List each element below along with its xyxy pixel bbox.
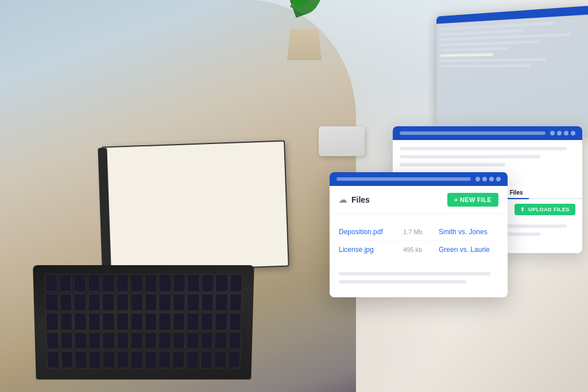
key [46,313,59,331]
key [229,293,242,311]
file-case-1[interactable]: Smith vs. Jones [439,228,488,236]
window-dot-f2 [482,177,487,181]
key [215,293,227,311]
key [47,351,59,368]
tab-files[interactable]: Files [504,187,529,199]
laptop-keyboard [33,265,254,379]
key [102,332,115,350]
key [117,332,129,350]
key [144,332,156,350]
key [158,274,171,292]
window-front: ☁ Files + NEW FILE Deposition.pdf 1.7 Mb… [330,172,508,297]
key [215,313,227,331]
key [130,332,142,350]
key [88,332,101,350]
key [187,293,199,311]
key [172,313,185,331]
key [102,293,114,311]
files-list: Deposition.pdf 1.7 Mb Smith vs. Jones Li… [330,214,508,267]
upload-icon: ⬆ [520,207,525,212]
file-mock-1 [339,272,490,275]
mock-line-3 [400,163,505,166]
key [186,332,199,350]
window-dot-f3 [489,177,494,181]
key [45,293,58,311]
key [130,351,142,368]
file-name-2[interactable]: License.jpg [339,246,396,254]
window-titlebar-front [330,172,508,186]
key [187,313,199,331]
key [172,332,185,350]
window-dot-f1 [475,177,480,181]
key [88,313,100,331]
key [201,274,214,292]
key [201,293,214,311]
key [145,274,157,292]
titlebar-bar [400,131,546,135]
key [73,274,86,292]
key [45,274,57,292]
key [75,351,87,368]
key [87,274,100,292]
key [74,332,87,350]
key [61,351,74,368]
key [200,313,213,331]
key [46,332,59,350]
key [59,274,72,292]
key [60,313,72,331]
files-title: ☁ Files [339,195,370,204]
cloud-icon: ☁ [339,195,347,204]
window-dots-front [475,177,501,181]
upload-files-button[interactable]: ⬆ UPLOAD FILES [514,204,575,215]
file-case-2[interactable]: Green vs. Laurie [439,246,490,254]
key [158,332,171,350]
new-file-button[interactable]: + NEW FILE [447,193,498,207]
window-dot-1 [550,131,555,135]
notebook [101,140,289,273]
key [102,274,114,292]
window-dot-f4 [496,177,501,181]
key [200,351,212,368]
key [229,313,241,331]
window-titlebar-back [393,126,582,140]
plant-leaves [281,0,327,46]
window-dots-back [550,131,575,135]
key [144,351,156,368]
key [145,293,157,311]
key [116,313,129,331]
key [158,313,171,331]
key [59,293,72,311]
files-title-text: Files [351,195,370,204]
key [144,313,157,331]
key [116,274,129,292]
key [187,274,200,292]
file-name-1[interactable]: Deposition.pdf [339,228,396,236]
files-header: ☁ Files + NEW FILE [330,186,508,214]
key [186,351,199,368]
upload-files-label: UPLOAD FILES [528,207,570,212]
key [130,274,143,292]
mock-line-2 [400,155,540,158]
key [173,293,185,311]
key [103,351,115,368]
window-dot-3 [564,131,568,135]
key [215,274,228,292]
file-row-2: License.jpg 495 kb Green vs. Laurie [339,241,498,258]
file-row-1: Deposition.pdf 1.7 Mb Smith vs. Jones [339,223,498,241]
key [230,274,242,292]
key [88,293,100,311]
key [60,332,73,350]
key [74,293,86,311]
file-size-2: 495 kb [403,246,432,253]
key [200,332,213,350]
window-dot-2 [557,131,562,135]
key [130,293,143,311]
window-dot-4 [571,131,575,135]
key [116,293,129,311]
key [88,351,101,368]
file-size-1: 1.7 Mb [403,228,432,235]
key [130,313,143,331]
files-mock-lines [330,267,508,297]
key [172,351,185,368]
key [158,351,171,368]
